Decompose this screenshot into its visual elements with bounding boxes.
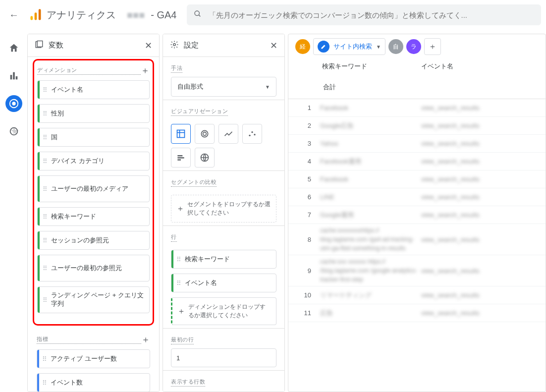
back-arrow-icon[interactable]: ←: [5, 5, 23, 25]
results-tabs: 経 サイト内検索 ▼ 自 ラ ＋: [288, 34, 546, 59]
row-number: 3: [297, 140, 320, 147]
viz-donut-icon[interactable]: [195, 124, 215, 144]
table-row[interactable]: 7Google運用view_search_results: [288, 206, 546, 224]
table-row[interactable]: 5Facebookview_search_results: [288, 170, 546, 188]
segments-dropzone[interactable]: ＋ セグメントをドロップするか選択してください: [171, 195, 276, 223]
search-input[interactable]: [209, 11, 535, 19]
variables-icon: [35, 40, 44, 51]
svg-point-19: [249, 135, 250, 136]
dimension-chip[interactable]: ⠿性別: [37, 104, 150, 123]
metric-chip[interactable]: ⠿イベント数: [37, 373, 150, 392]
chevron-down-icon[interactable]: ▼: [376, 44, 381, 50]
table-row[interactable]: 4Facebook運用view_search_results: [288, 153, 546, 170]
nav-reports[interactable]: [5, 67, 22, 84]
property-name-blurred: ■■■: [127, 9, 145, 21]
table-row[interactable]: 10リマーケティングview_search_results: [288, 286, 546, 304]
svg-point-17: [201, 130, 208, 137]
grip-icon: ⠿: [40, 110, 51, 117]
svg-rect-24: [177, 159, 181, 161]
dimension-chip[interactable]: ⠿イベント名: [37, 80, 150, 99]
viz-bar-icon[interactable]: [171, 148, 191, 168]
nav-explore[interactable]: [5, 95, 22, 112]
dimension-chip[interactable]: ⠿国: [37, 128, 150, 147]
row-keyword: リマーケティング: [320, 291, 421, 300]
rows-dropzone[interactable]: ＋ ディメンションをドロップするか選択してください: [171, 297, 276, 325]
row-keyword: Facebook: [320, 104, 421, 112]
settings-close-icon[interactable]: ✕: [270, 40, 277, 51]
row-number: 7: [297, 211, 320, 219]
grip-icon: ⠿: [39, 355, 51, 363]
tab-badge-3[interactable]: 自: [388, 39, 403, 54]
property-suffix: - GA4: [151, 9, 176, 21]
viz-table-icon[interactable]: [171, 124, 191, 144]
tab-badge-4[interactable]: ラ: [406, 39, 421, 54]
method-group: 手法 自由形式 ▼: [163, 57, 284, 100]
grip-icon: ⠿: [40, 158, 51, 165]
results-rows: 1Facebookview_search_results2Google広告vie…: [288, 99, 546, 322]
table-row[interactable]: 3Yahooview_search_results: [288, 135, 546, 153]
viz-scatter-icon[interactable]: [242, 124, 262, 144]
dimension-chip[interactable]: ⠿セッションの参照元: [37, 231, 150, 250]
row-chip[interactable]: ⠿イベント名: [171, 274, 276, 292]
col-keyword-header: 検索キーワード: [297, 62, 421, 71]
table-row[interactable]: 6LINEview_search_results: [288, 188, 546, 206]
viz-geo-icon[interactable]: [195, 148, 215, 168]
svg-rect-12: [37, 41, 43, 47]
grip-icon: ⠿: [40, 86, 51, 94]
tab-badge-1[interactable]: 経: [295, 39, 310, 54]
viz-line-icon[interactable]: [218, 124, 238, 144]
nav-advertising[interactable]: [5, 123, 22, 140]
dimension-chip[interactable]: ⠿検索キーワード: [37, 207, 150, 226]
svg-point-20: [251, 131, 253, 133]
svg-rect-22: [177, 155, 182, 157]
first-row-input[interactable]: [171, 348, 276, 367]
table-row[interactable]: 2Google広告view_search_results: [288, 117, 546, 135]
row-event: view_search_results: [421, 309, 537, 317]
variables-close-icon[interactable]: ✕: [145, 40, 152, 51]
row-number: 5: [297, 175, 320, 183]
dimensions-add-icon[interactable]: ＋: [141, 64, 150, 76]
active-tab[interactable]: サイト内検索 ▼: [313, 38, 385, 55]
svg-rect-23: [177, 157, 184, 159]
settings-panel: 設定 ✕ 手法 自由形式 ▼ ビジュアリゼーション セグメント: [163, 34, 285, 392]
row-event: view_search_results: [421, 104, 537, 112]
search-box[interactable]: [187, 4, 542, 25]
table-row[interactable]: 1Facebookview_search_results: [288, 99, 546, 117]
dimension-chip[interactable]: ⠿ユーザーの最初のメディア: [37, 175, 150, 202]
metrics-label: 指標: [37, 336, 141, 344]
svg-point-18: [203, 132, 207, 136]
tab-add-button[interactable]: ＋: [424, 38, 441, 55]
metric-chip[interactable]: ⠿アクティブ ユーザー数: [37, 349, 150, 368]
row-keyword: LINE: [320, 193, 421, 201]
row-event: view_search_results: [421, 175, 537, 183]
variables-header: 変数 ✕: [28, 34, 159, 57]
row-chip[interactable]: ⠿検索キーワード: [171, 250, 276, 269]
dimension-chip[interactable]: ⠿ユーザーの最初の参照元: [37, 255, 150, 281]
table-row[interactable]: 9cache:xxx xxxxxx https:// /blog.tagtame…: [288, 255, 546, 286]
svg-point-9: [12, 102, 15, 105]
grip-icon: ⠿: [40, 296, 51, 304]
row-keyword: cache:xxx xxxxxx https:// /blog.tagtame.…: [320, 257, 421, 284]
grip-icon: ⠿: [173, 280, 185, 287]
table-row[interactable]: 11広告view_search_results: [288, 304, 546, 322]
svg-rect-7: [15, 76, 17, 79]
row-keyword: 広告: [320, 309, 421, 318]
results-panel: 経 サイト内検索 ▼ 自 ラ ＋ 検索キーワード イベント名 合計 1Faceb…: [288, 34, 546, 392]
first-row-label: 最初の行: [171, 336, 194, 344]
grip-icon: ⠿: [40, 237, 51, 244]
svg-rect-6: [13, 72, 15, 80]
svg-rect-0: [31, 16, 33, 20]
svg-rect-14: [177, 130, 185, 138]
row-event: view_search_results: [421, 193, 537, 201]
dimension-chip[interactable]: ⠿デバイス カテゴリ: [37, 152, 150, 170]
row-number: 6: [297, 193, 320, 201]
row-event: view_search_results: [421, 236, 537, 243]
variables-panel: 変数 ✕ ディメンション ＋ ⠿イベント名 ⠿性別 ⠿国 ⠿デバイス カテゴリ …: [27, 34, 160, 392]
results-total: 合計: [288, 77, 546, 99]
metrics-add-icon[interactable]: ＋: [141, 334, 150, 345]
method-select[interactable]: 自由形式 ▼: [171, 77, 276, 97]
nav-home[interactable]: [5, 40, 22, 56]
table-row[interactable]: 8cache:xxxxxxxxhttps:// blog.tagtame.com…: [288, 224, 546, 255]
dimension-chip[interactable]: ⠿ランディング ページ + クエリ文字列: [37, 286, 150, 313]
row-number: 1: [297, 104, 320, 112]
